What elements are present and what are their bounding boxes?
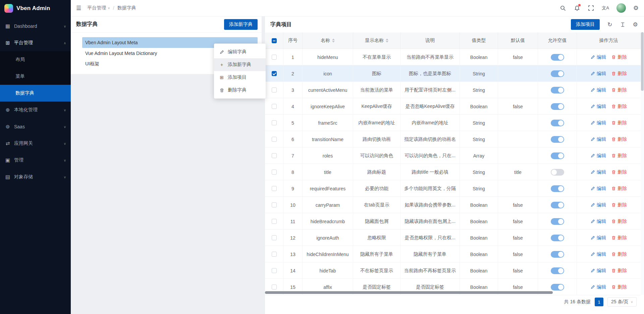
sidebar-item[interactable]: ▤ 对象存储 ∨ (0, 169, 71, 185)
context-menu-add-item[interactable]: ⊞ 添加项目 (214, 71, 266, 84)
settings-gear-icon[interactable]: ⚙ (633, 5, 639, 11)
refresh-icon[interactable]: ↻ (606, 22, 613, 27)
sidebar-item[interactable]: 数据字典 (0, 85, 71, 102)
delete-row-link[interactable]: 删除 (611, 120, 627, 126)
allow-empty-toggle[interactable] (551, 185, 564, 192)
allow-empty-toggle[interactable] (551, 120, 564, 126)
add-item-button[interactable]: 添加项目 (571, 19, 600, 30)
row-checkbox[interactable] (272, 153, 277, 158)
notification-bell-icon[interactable] (574, 5, 580, 11)
logo[interactable]: Vben Admin (0, 0, 71, 16)
allow-empty-toggle[interactable] (551, 136, 564, 143)
table-column-header[interactable]: 名称 (303, 33, 353, 49)
allow-empty-toggle[interactable] (551, 54, 564, 61)
row-checkbox[interactable] (272, 55, 277, 60)
language-switch-icon[interactable]: 文A (602, 5, 609, 11)
vertical-scrollbar-thumb[interactable] (641, 32, 644, 91)
row-checkbox[interactable] (272, 104, 277, 109)
horizontal-scrollbar-thumb[interactable] (265, 291, 553, 294)
table-column-header[interactable]: 序号 (283, 33, 303, 49)
row-checkbox[interactable] (272, 120, 277, 125)
edit-row-link[interactable]: 编辑 (591, 235, 606, 241)
allow-empty-toggle[interactable] (551, 152, 564, 159)
table-column-header[interactable]: 默认值 (498, 33, 538, 49)
delete-row-link[interactable]: 删除 (611, 153, 627, 159)
allow-empty-toggle[interactable] (551, 103, 564, 110)
context-menu-add-dictionary[interactable]: + 添加新字典 (214, 58, 266, 71)
sidebar-item[interactable]: ⊚ Saas ∨ (0, 118, 71, 135)
breadcrumb-item-platform[interactable]: 平台管理 ∨ (87, 5, 110, 11)
sort-icon[interactable] (386, 39, 388, 43)
edit-row-link[interactable]: 编辑 (591, 104, 606, 110)
delete-row-link[interactable]: 删除 (611, 235, 627, 241)
sort-icon[interactable] (332, 39, 335, 43)
table-column-header[interactable]: 操作方法 (577, 33, 641, 49)
edit-row-link[interactable]: 编辑 (591, 153, 606, 159)
delete-row-link[interactable]: 删除 (611, 87, 627, 93)
row-checkbox[interactable] (272, 235, 277, 240)
allow-empty-toggle[interactable] (551, 267, 564, 274)
edit-row-link[interactable]: 编辑 (591, 218, 606, 225)
page-size-select[interactable]: 25 条/页 ∨ (607, 297, 637, 307)
sidebar-item[interactable]: ▣ 管理 ∨ (0, 152, 71, 169)
delete-row-link[interactable]: 删除 (611, 251, 627, 257)
pagination-page-1[interactable]: 1 (595, 298, 603, 306)
row-checkbox[interactable] (272, 219, 277, 224)
delete-row-link[interactable]: 删除 (611, 169, 627, 175)
sidebar-item[interactable]: ⊞ 平台管理 ∧ (0, 35, 71, 51)
edit-row-link[interactable]: 编辑 (591, 136, 606, 142)
table-column-header[interactable]: 显示名称 (353, 33, 400, 49)
allow-empty-toggle[interactable] (551, 218, 564, 225)
delete-row-link[interactable]: 删除 (611, 136, 627, 142)
edit-row-link[interactable]: 编辑 (591, 251, 606, 257)
sidebar-collapse-icon[interactable]: ☰ (76, 5, 81, 11)
allow-empty-toggle[interactable] (551, 87, 564, 93)
fullscreen-icon[interactable] (588, 5, 594, 11)
row-checkbox[interactable] (272, 268, 277, 273)
table-column-header[interactable]: 说明 (400, 33, 460, 49)
delete-row-link[interactable]: 删除 (611, 104, 627, 110)
row-checkbox[interactable] (272, 202, 277, 207)
search-icon[interactable] (559, 5, 566, 11)
edit-row-link[interactable]: 编辑 (591, 202, 606, 208)
edit-row-link[interactable]: 编辑 (591, 120, 606, 126)
delete-row-link[interactable]: 删除 (611, 284, 627, 290)
edit-row-link[interactable]: 编辑 (591, 71, 606, 77)
allow-empty-toggle[interactable] (551, 169, 564, 176)
allow-empty-toggle[interactable] (551, 235, 564, 241)
delete-row-link[interactable]: 删除 (611, 54, 627, 60)
select-all-checkbox[interactable] (272, 38, 277, 43)
table-column-header[interactable]: 允许空值 (538, 33, 577, 49)
sidebar-item[interactable]: 菜单 (0, 68, 71, 85)
delete-row-link[interactable]: 删除 (611, 202, 627, 208)
row-checkbox[interactable] (272, 71, 277, 76)
row-checkbox[interactable] (272, 170, 277, 175)
edit-row-link[interactable]: 编辑 (591, 54, 606, 60)
row-checkbox[interactable] (272, 137, 277, 142)
sidebar-item[interactable]: ⊕ 本地化管理 ∨ (0, 102, 71, 118)
breadcrumb-item-dictionary[interactable]: 数据字典 (117, 5, 136, 11)
sidebar-item[interactable]: ⇄ 应用网关 ∨ (0, 135, 71, 152)
edit-row-link[interactable]: 编辑 (591, 169, 606, 175)
context-menu-delete-dictionary[interactable]: 删除字典 (214, 84, 266, 97)
allow-empty-toggle[interactable] (551, 70, 564, 77)
table-column-header[interactable]: 值类型 (460, 33, 498, 49)
delete-row-link[interactable]: 删除 (611, 71, 627, 77)
add-dictionary-button[interactable]: 添加新字典 (224, 19, 258, 30)
allow-empty-toggle[interactable] (551, 251, 564, 258)
row-checkbox[interactable] (272, 186, 277, 191)
edit-row-link[interactable]: 编辑 (591, 186, 606, 192)
delete-row-link[interactable]: 删除 (611, 268, 627, 274)
row-height-icon[interactable] (619, 22, 626, 27)
allow-empty-toggle[interactable] (551, 202, 564, 208)
sidebar-item[interactable]: 布局 (0, 51, 71, 68)
sidebar-item[interactable]: ▦ Dashboard ∨ (0, 18, 71, 35)
column-settings-gear-icon[interactable]: ⚙ (632, 22, 639, 27)
context-menu-edit-dictionary[interactable]: 编辑字典 (214, 46, 266, 58)
row-checkbox[interactable] (272, 252, 277, 257)
edit-row-link[interactable]: 编辑 (591, 87, 606, 93)
row-checkbox[interactable] (272, 87, 277, 92)
edit-row-link[interactable]: 编辑 (591, 284, 606, 290)
edit-row-link[interactable]: 编辑 (591, 268, 606, 274)
delete-row-link[interactable]: 删除 (611, 186, 627, 192)
